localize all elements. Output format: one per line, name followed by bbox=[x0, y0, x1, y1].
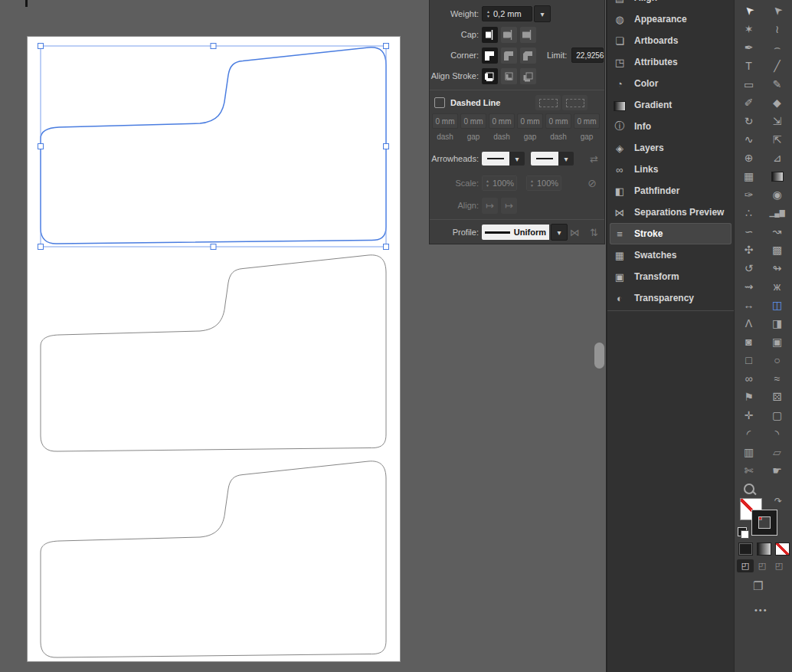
lasso-tool[interactable]: ≀ bbox=[763, 20, 791, 38]
artwork-shapes[interactable] bbox=[28, 37, 400, 661]
edit-toolbar-ellipsis[interactable]: ••• bbox=[754, 605, 768, 615]
none-button[interactable] bbox=[775, 543, 790, 556]
rectangle-tool[interactable]: ▭ bbox=[735, 75, 763, 93]
align-stroke-inside-button[interactable] bbox=[501, 68, 517, 84]
selection-handle[interactable] bbox=[384, 144, 389, 149]
align-dash-button[interactable] bbox=[562, 95, 587, 110]
butt-cap-button[interactable] bbox=[482, 27, 498, 43]
direct-selection-tool[interactable]: ➤ bbox=[763, 2, 791, 20]
selection-handle[interactable] bbox=[211, 44, 216, 49]
blend-tool[interactable]: ◉ bbox=[763, 185, 791, 204]
panel-item-separations-preview[interactable]: ⋈Separations Preview bbox=[610, 202, 731, 223]
gradient-tool[interactable] bbox=[763, 167, 791, 185]
free-transform-tool[interactable]: ⇱ bbox=[763, 130, 791, 149]
screen-mode-button[interactable]: ❐ bbox=[753, 579, 763, 593]
path-cursor-tool[interactable]: ↬ bbox=[763, 259, 791, 277]
paintbrush-tool[interactable]: ✎ bbox=[763, 75, 791, 93]
binoculars-tool[interactable]: ∞ bbox=[735, 369, 763, 388]
pen-tool[interactable]: ✒ bbox=[735, 38, 763, 57]
vertical-scrollbar-thumb[interactable] bbox=[594, 343, 604, 369]
round-cap-button[interactable] bbox=[501, 27, 517, 43]
measure-box-tool[interactable]: ↔ bbox=[735, 296, 763, 314]
bevel-join-button[interactable] bbox=[520, 48, 536, 64]
corner-arc-cursor-tool[interactable]: ◝ bbox=[763, 425, 791, 443]
gradient-button[interactable] bbox=[757, 543, 771, 556]
blob-brush-tool[interactable]: ✣ bbox=[735, 241, 763, 259]
width-tool[interactable]: ∿ bbox=[735, 130, 763, 149]
hand-tool[interactable]: ☛ bbox=[763, 461, 791, 480]
page-tool[interactable]: ▱ bbox=[763, 443, 791, 461]
miter-join-button[interactable] bbox=[482, 48, 498, 64]
flag-chart-tool[interactable]: ⚑ bbox=[735, 388, 763, 406]
panel-item-stroke[interactable]: ≡Stroke bbox=[610, 223, 731, 244]
crosshair-tool[interactable]: ✛ bbox=[735, 406, 763, 425]
column-graph-tool[interactable]: ▁▄▇ bbox=[763, 204, 791, 222]
panel-item-artboards[interactable]: ❏Artboards bbox=[610, 30, 731, 51]
eyedropper-tool[interactable]: ✑ bbox=[735, 185, 763, 204]
line-segment-tool[interactable]: ╱ bbox=[763, 57, 791, 75]
color-button[interactable] bbox=[738, 543, 753, 556]
arrowhead-end-chevron[interactable]: ▾ bbox=[558, 152, 574, 166]
circle-square-tool[interactable]: ◙ bbox=[735, 333, 763, 351]
projecting-cap-button[interactable] bbox=[520, 27, 536, 43]
eraser-tool[interactable]: ◆ bbox=[763, 93, 791, 112]
selection-handle[interactable] bbox=[384, 44, 389, 49]
butterfly-tool[interactable]: ж bbox=[763, 277, 791, 296]
rotate-tool[interactable]: ↻ bbox=[735, 112, 763, 130]
panel-item-layers[interactable]: ◈Layers bbox=[610, 137, 731, 159]
panel-item-links[interactable]: ∞Links bbox=[610, 159, 731, 180]
knife-tool[interactable]: ✄ bbox=[735, 461, 763, 480]
panel-item-appearance[interactable]: ◍Appearance bbox=[610, 8, 731, 30]
cube-3d-tool[interactable]: ◫ bbox=[763, 296, 791, 314]
panel-item-gradient[interactable]: Gradient bbox=[610, 94, 731, 116]
dotted-path-tool[interactable]: ⇝ bbox=[735, 277, 763, 296]
arrowhead-end-select[interactable]: ▾ bbox=[531, 152, 574, 166]
wave-tool[interactable]: ≈ bbox=[763, 369, 791, 388]
rotate-view-tool[interactable]: ↺ bbox=[735, 259, 763, 277]
sketch-circle-tool[interactable]: ○ bbox=[763, 351, 791, 369]
smooth-tool[interactable]: ∽ bbox=[735, 222, 763, 241]
panel-item-info[interactable]: ⓘInfo bbox=[610, 116, 731, 137]
arrowhead-start-select[interactable]: ▾ bbox=[482, 152, 525, 166]
default-fill-stroke-icon[interactable] bbox=[738, 527, 747, 536]
panel-item-color[interactable]: ◔Color bbox=[610, 73, 731, 94]
symbol-sprayer-tool[interactable]: ∴ bbox=[735, 204, 763, 222]
type-tool[interactable]: T bbox=[735, 57, 763, 75]
pointer-k-tool[interactable]: Λ bbox=[735, 314, 763, 333]
panel-item-pathfinder[interactable]: ◧Pathfinder bbox=[610, 180, 731, 202]
limit-input[interactable]: 22,9256 bbox=[571, 48, 604, 63]
artboard-widget-tool[interactable]: ▣ bbox=[763, 333, 791, 351]
corner-arc-tool[interactable]: ◜ bbox=[735, 425, 763, 443]
path-pin-tool[interactable]: ↝ bbox=[763, 222, 791, 241]
half-square-cursor-tool[interactable]: ◨ bbox=[763, 314, 791, 333]
shape-1[interactable] bbox=[41, 255, 386, 451]
panel-item-swatches[interactable]: ▦Swatches bbox=[610, 244, 731, 266]
selection-tool[interactable]: ➤ bbox=[735, 2, 763, 20]
square-outline-tool[interactable]: □ bbox=[735, 351, 763, 369]
align-stroke-outside-button[interactable] bbox=[520, 68, 536, 84]
artboard[interactable] bbox=[27, 36, 401, 662]
swap-arrowheads-icon[interactable]: ⇄ bbox=[590, 153, 598, 165]
magic-wand-tool[interactable]: ✶ bbox=[735, 20, 763, 38]
shape-2[interactable] bbox=[41, 461, 386, 657]
selection-handle[interactable] bbox=[38, 144, 44, 149]
weight-input[interactable]: ▲▼ 0,2 mm bbox=[482, 6, 532, 21]
stroke-swatch-black[interactable] bbox=[752, 510, 777, 535]
selection-handle[interactable] bbox=[38, 244, 44, 250]
profile-chevron[interactable]: ▾ bbox=[551, 224, 568, 241]
selected-shape[interactable] bbox=[38, 44, 389, 250]
selection-handle[interactable] bbox=[38, 44, 44, 49]
preserve-dash-button[interactable] bbox=[535, 95, 561, 110]
draw-behind-button[interactable]: ◰ bbox=[754, 559, 771, 572]
scale-tool[interactable]: ⇲ bbox=[763, 112, 791, 130]
zoom-tool[interactable] bbox=[735, 480, 763, 498]
select-dots-tool[interactable]: ▢ bbox=[763, 406, 791, 425]
curvature-tool[interactable]: ⌢ bbox=[763, 38, 791, 57]
dice-tool[interactable]: ⚄ bbox=[763, 388, 791, 406]
shaper-tool[interactable]: ✐ bbox=[735, 93, 763, 112]
selection-handle[interactable] bbox=[211, 244, 216, 250]
mesh-tool[interactable]: ▦ bbox=[735, 167, 763, 185]
weight-dropdown-button[interactable]: ▾ bbox=[534, 5, 551, 22]
perspective-grid-tool[interactable]: ⊿ bbox=[763, 149, 791, 167]
swap-fill-stroke-icon[interactable]: ↷ bbox=[774, 496, 782, 506]
